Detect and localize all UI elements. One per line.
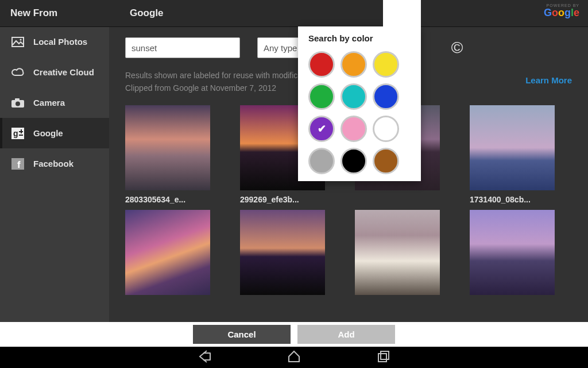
color-swatch[interactable] — [341, 51, 367, 78]
result-cell[interactable] — [470, 210, 555, 295]
search-value: sunset — [131, 43, 157, 53]
svg-point-4 — [16, 101, 20, 106]
result-cell[interactable]: 1731400_08cb... — [470, 105, 555, 204]
color-swatch[interactable] — [341, 148, 367, 174]
header-title-right: Google — [119, 7, 164, 19]
learn-more-link[interactable]: Learn More — [525, 74, 572, 87]
svg-rect-12 — [378, 354, 386, 362]
result-cell[interactable] — [240, 210, 325, 295]
sidebar-item-label: Camera — [33, 98, 65, 108]
sidebar-item-label: Google — [33, 128, 63, 138]
sidebar-item-label: Creative Cloud — [33, 67, 94, 77]
thumbnail — [470, 105, 555, 190]
g-letter: o — [558, 7, 564, 18]
search-input[interactable]: sunset — [125, 37, 240, 58]
caption: 2803305634_e... — [125, 195, 210, 204]
thumbnail — [355, 210, 440, 295]
color-swatch[interactable] — [341, 83, 367, 110]
thumbnail — [125, 105, 210, 190]
copyright-icon: © — [451, 39, 463, 57]
g-letter: G — [544, 7, 552, 18]
g-letter: g — [564, 7, 571, 18]
sidebar-item-local-photos[interactable]: Local Photos — [0, 26, 109, 57]
sidebar-item-camera[interactable]: Camera — [0, 87, 109, 118]
home-button[interactable] — [287, 349, 301, 366]
result-cell[interactable] — [355, 210, 440, 295]
result-cell[interactable]: 2803305634_e... — [125, 105, 210, 204]
svg-text:f: f — [17, 159, 21, 170]
photo-icon — [10, 35, 25, 49]
color-swatch[interactable] — [373, 83, 399, 110]
caption: 299269_efe3b... — [240, 195, 325, 204]
g-letter: e — [574, 7, 579, 18]
thumbnail — [125, 210, 210, 295]
popover-title: Search by color — [298, 33, 421, 44]
creative-cloud-icon — [10, 66, 25, 79]
results-row-2 — [109, 204, 588, 295]
system-navbar — [0, 347, 588, 368]
sidebar-item-google[interactable]: g Google — [0, 118, 109, 148]
license-filter-button[interactable]: © — [439, 30, 475, 65]
svg-point-1 — [20, 39, 21, 40]
header-title-left: New From — [0, 7, 119, 19]
sidebar-item-label: Local Photos — [33, 37, 87, 47]
svg-rect-13 — [381, 351, 389, 359]
dropdown-value: Any type — [258, 43, 297, 53]
header: New From Google POWERED BY Google — [0, 0, 588, 27]
color-swatch[interactable] — [341, 116, 367, 142]
sidebar-item-facebook[interactable]: f Facebook — [0, 148, 109, 179]
color-popover: Search by color — [298, 26, 421, 181]
color-swatches — [298, 44, 421, 177]
back-button[interactable] — [197, 349, 212, 366]
sidebar: Local Photos Creative Cloud Camera g Goo… — [0, 26, 110, 322]
add-button[interactable]: Add — [297, 325, 395, 344]
color-swatch[interactable] — [373, 148, 399, 174]
g-letter: o — [552, 7, 558, 18]
camera-icon — [10, 96, 25, 110]
thumbnail — [240, 210, 325, 295]
cancel-button[interactable]: Cancel — [193, 325, 291, 344]
footer: Cancel Add — [0, 322, 588, 347]
sidebar-item-creative-cloud[interactable]: Creative Cloud — [0, 57, 109, 87]
svg-rect-8 — [19, 135, 23, 136]
thumbnail — [470, 210, 555, 295]
result-cell[interactable] — [125, 210, 210, 295]
svg-rect-3 — [15, 98, 20, 101]
powered-by-google: POWERED BY Google — [544, 3, 579, 18]
color-swatch[interactable] — [308, 116, 335, 142]
svg-text:g: g — [13, 129, 18, 138]
color-swatch[interactable] — [308, 51, 335, 78]
recents-button[interactable] — [376, 349, 391, 366]
color-swatch[interactable] — [373, 51, 399, 78]
facebook-icon: f — [10, 157, 25, 171]
color-swatch[interactable] — [308, 83, 335, 110]
color-swatch[interactable] — [373, 116, 399, 142]
color-swatch[interactable] — [308, 148, 335, 174]
svg-rect-9 — [21, 129, 22, 133]
popover-tab — [383, 0, 421, 26]
sidebar-item-label: Facebook — [33, 159, 74, 168]
google-logo: Google — [544, 7, 579, 18]
google-icon: g — [10, 126, 25, 140]
caption: 1731400_08cb... — [470, 195, 555, 204]
